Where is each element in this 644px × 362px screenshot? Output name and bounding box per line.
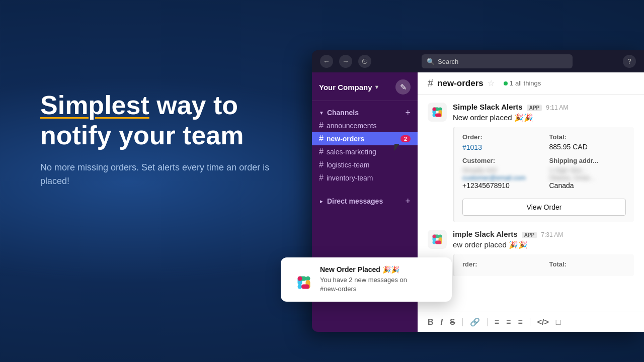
channels-section: ▼ Channels + # announcements # new-order… [312,101,418,190]
channels-section-header[interactable]: ▼ Channels + [312,106,418,119]
total-label: Total: [549,133,626,141]
total-label-2: Total: [549,260,626,268]
list-button[interactable]: ≡ [495,318,499,327]
members-count: 1 [510,79,513,87]
toolbar-separator-3 [530,318,530,326]
customer-email: customer@email.com [462,174,539,182]
search-icon: 🔍 [427,58,435,65]
dm-section-header[interactable]: ► Direct messages + [312,195,418,208]
channel-item-inventory-team[interactable]: # inventory-team [312,171,418,185]
channel-name: announcements [327,122,411,130]
nav-back-button[interactable]: ← [320,55,333,68]
order-field-total: Total: 885.95 CAD [549,133,626,152]
dm-chevron-icon: ► [319,199,324,204]
shipping-city: Ottawa, Ontar... [549,174,626,182]
notification-popup: New Order Placed 🎉🎉 You have 2 new messa… [281,257,452,302]
order-value[interactable]: #1013 [462,143,482,151]
channel-name: inventory-team [327,174,411,182]
message-sender-2: imple Slack Alerts [453,230,518,238]
channel-item-logistics-team[interactable]: # logistics-team [312,158,418,171]
toolbar-separator-2 [487,318,488,326]
workspace-name[interactable]: Your Company ▼ [319,83,379,92]
hero-section: Simplest way tonotify your team No more … [40,90,282,188]
order-label: Order: [462,133,539,141]
app-badge-1: APP [527,105,542,111]
svg-rect-8 [435,114,441,117]
channels-chevron-icon: ▼ [319,110,324,116]
shipping-country: Canada [549,182,626,190]
dm-section: ► Direct messages + [312,190,418,213]
history-button[interactable]: ⏲ [358,55,371,68]
message-text-1: New order placed 🎉🎉 [453,113,634,122]
star-icon[interactable]: ☆ [488,78,495,88]
message-header-1: Simple Slack Alerts APP 9:11 AM [453,103,634,111]
message-time-2: 7:31 AM [541,231,563,238]
toolbar-separator [462,318,463,326]
slack-logo-icon [292,270,316,295]
order-field-order-2: rder: [462,260,539,270]
chat-header: # new-orders ☆ 1 all things [418,72,644,95]
order-field-customer: Customer: Shopify #42 customer@email.com… [462,157,539,190]
svg-rect-26 [301,284,309,289]
slack-topbar: ← → ⏲ 🔍 Search ? [312,50,644,72]
add-dm-button[interactable]: + [405,197,411,206]
blockquote-button[interactable]: ≡ [518,318,522,327]
chat-channel-name: new-orders [437,78,484,88]
shipping-label: Shipping addr... [549,157,626,164]
view-order-button[interactable]: View Order [462,199,626,216]
message-content-1: Simple Slack Alerts APP 9:11 AM New orde… [453,103,634,222]
message-time-1: 9:11 AM [546,104,568,111]
notification-content: New Order Placed 🎉🎉 You have 2 new messa… [320,265,444,294]
message-text-2: ew order placed 🎉🎉 [453,240,634,249]
svg-rect-17 [435,241,441,244]
nav-forward-button[interactable]: → [339,55,352,68]
code-block-button[interactable]: □ [556,318,561,327]
svg-point-7 [433,108,436,111]
notification-body: You have 2 new messages on #new-orders [320,276,444,294]
message-header-2: imple Slack Alerts APP 7:31 AM [453,230,634,238]
notification-body-line2: #new-orders [320,285,356,293]
channel-name: logistics-team [327,161,411,169]
svg-rect-18 [292,270,316,295]
message-2: imple Slack Alerts APP 7:31 AM ew order … [428,230,634,276]
channel-item-announcements[interactable]: # announcements [312,119,418,132]
channel-item-new-orders[interactable]: # new-orders 2 [312,132,418,145]
slack-logo [289,267,313,292]
ordered-list-button[interactable]: ≡ [506,318,511,327]
search-bar[interactable]: 🔍 Search [422,54,573,68]
italic-button[interactable]: I [441,318,443,327]
hero-highlight: Simplest [40,90,149,120]
channel-hash-icon: # [319,121,324,130]
notification-body-line1: You have 2 new messages on [320,276,407,284]
order-field-order: Order: #1013 [462,133,539,152]
channel-hash-icon: # [319,134,324,143]
total-value: 885.95 CAD [549,143,626,151]
code-button[interactable]: </> [537,318,549,327]
order-field-total-2: Total: [549,260,626,270]
channel-name: sales-marketing [327,148,411,156]
order-card-2: rder: Total: [453,254,634,276]
customer-phone: +12345678910 [462,182,539,190]
search-bar-text: Search [438,58,458,65]
svg-point-16 [433,235,436,238]
compose-toolbar: B I S 🔗 ≡ ≡ ≡ </> □ [428,317,634,327]
order-label-2: rder: [462,260,539,268]
shipping-address: 1 High Stre... [549,166,626,174]
help-button[interactable]: ? [623,55,636,68]
strikethrough-button[interactable]: S [450,318,455,327]
chat-hash-icon: # [428,77,433,89]
compose-bar: B I S 🔗 ≡ ≡ ≡ </> □ [418,312,644,332]
svg-point-25 [298,276,302,281]
dm-label: ► Direct messages [319,197,383,205]
channels-label: ▼ Channels [319,109,359,117]
unread-badge: 2 [400,135,411,142]
workspace-chevron-icon: ▼ [374,84,380,90]
notification-title: New Order Placed 🎉🎉 [320,265,444,274]
channel-item-sales-marketing[interactable]: # sales-marketing [312,145,418,158]
compose-button[interactable]: ✎ [395,79,411,95]
order-card-1: Order: #1013 Total: 885.95 CAD Customer:… [453,127,634,222]
bold-button[interactable]: B [428,318,434,327]
link-button[interactable]: 🔗 [470,317,480,327]
message-1: Simple Slack Alerts APP 9:11 AM New orde… [428,103,634,222]
add-channel-button[interactable]: + [405,108,411,117]
